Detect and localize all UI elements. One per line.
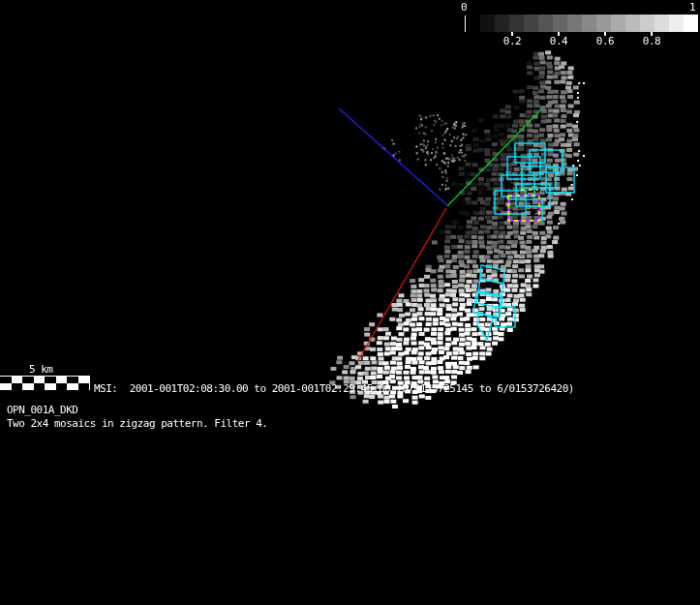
scale-bar-label: 5 km <box>29 363 53 376</box>
scale-bar-cell <box>78 383 90 390</box>
scale-bar <box>0 376 90 390</box>
scale-bar-cell <box>12 383 23 390</box>
sequence-id: OPN_001A_DKD <box>7 404 77 416</box>
scale-bar-cell <box>78 377 90 383</box>
colorbar-tick-label: 0.6 <box>594 35 616 47</box>
scale-bar-cell <box>34 377 46 383</box>
msi-status-line: MSI: 2001-001T02:08:30.00 to 2001-001T02… <box>94 382 574 395</box>
scale-bar-cell <box>67 377 78 383</box>
render-viewport: 0 1 0.20.40.60.8 5 km MSI: 2001-001T02:0… <box>0 0 700 605</box>
colorbar-tick-label: 0.8 <box>641 35 662 47</box>
scale-bar-cell <box>34 383 46 390</box>
scale-bar-cell <box>67 383 78 390</box>
colorbar-gradient <box>466 15 698 32</box>
sequence-description: Two 2x4 mosaics in zigzag pattern. Filte… <box>7 417 267 430</box>
scale-bar-cell <box>45 377 56 383</box>
scale-bar-cell <box>22 383 34 390</box>
colorbar-min-label: 0 <box>461 1 467 14</box>
colorbar-tick-label: 0.2 <box>502 35 523 47</box>
colorbar-max-label: 1 <box>689 1 695 14</box>
asteroid-shape-model-view[interactable] <box>0 0 700 605</box>
colorbar-tick-label: 0.4 <box>548 35 569 47</box>
scale-bar-cell <box>0 377 12 383</box>
scale-bar-cell <box>56 377 68 383</box>
scale-bar-cell <box>56 383 68 390</box>
scale-bar-cell <box>22 377 34 383</box>
scale-bar-cell <box>12 377 23 383</box>
scale-bar-cell <box>0 383 12 390</box>
scale-bar-cell <box>45 383 56 390</box>
